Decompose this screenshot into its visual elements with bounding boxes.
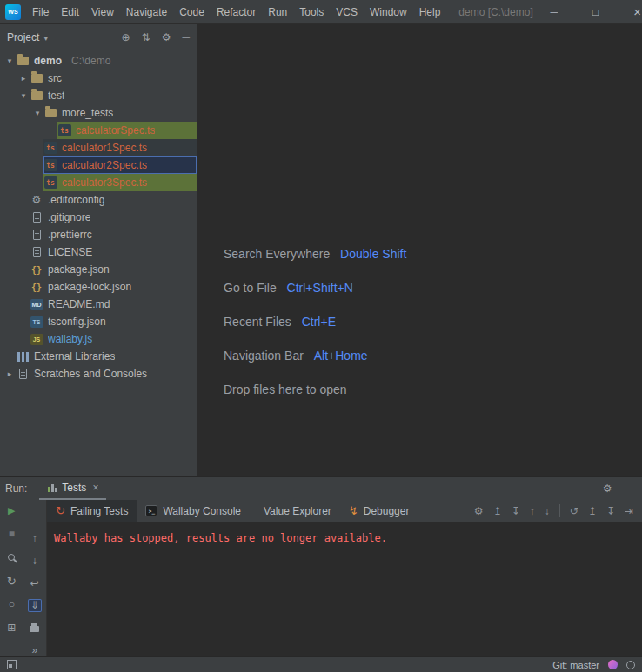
console-output[interactable]: Wallaby has stopped, results are no long… xyxy=(47,522,642,656)
menu-edit[interactable]: Edit xyxy=(55,0,85,24)
chevron-right-icon[interactable]: ▸ xyxy=(3,369,16,378)
hide-panel-icon[interactable]: ─ xyxy=(624,482,632,495)
run-tab-tests[interactable]: Tests × xyxy=(39,477,106,500)
toolwindow-toggle-icon[interactable] xyxy=(7,660,17,669)
tab-wallaby-console[interactable]: >_ Wallaby Console xyxy=(137,500,250,522)
file-icon xyxy=(30,230,43,240)
menu-tools[interactable]: Tools xyxy=(293,0,330,24)
menu-file[interactable]: File xyxy=(26,0,55,24)
tab-failing-tests[interactable]: ↻ Failing Tests xyxy=(47,500,137,522)
rerun-tests-icon[interactable]: ▶ xyxy=(4,503,18,517)
folder-icon xyxy=(30,74,43,83)
tree-item-test[interactable]: ▾ test xyxy=(0,87,197,104)
tree-item-calculator1spec[interactable]: ts calculator1Spec.ts xyxy=(0,139,197,156)
menu-run[interactable]: Run xyxy=(262,0,293,24)
tests-tab-icon xyxy=(47,482,57,493)
tree-item-wallaby-js[interactable]: JS wallaby.js xyxy=(0,330,197,348)
tree-item-gitignore[interactable]: .gitignore xyxy=(0,209,197,226)
tree-item-label: External Libraries xyxy=(34,350,115,363)
soft-wrap-icon[interactable]: ↩ xyxy=(28,576,42,589)
chevron-down-icon[interactable]: ▾ xyxy=(17,91,30,100)
console-icon: >_ xyxy=(145,505,157,516)
tab-debugger[interactable]: ↯ Debugger xyxy=(340,500,418,522)
stop-icon[interactable]: ■ xyxy=(4,527,18,541)
print-icon[interactable] xyxy=(28,622,42,635)
float-up-icon[interactable]: ↥ xyxy=(588,505,597,517)
tree-item-readme[interactable]: MD README.md xyxy=(0,296,197,313)
tree-item-external-libraries[interactable]: External Libraries xyxy=(0,348,197,365)
tree-item-calculator3spec[interactable]: ts calculator3Spec.ts xyxy=(0,174,197,191)
locate-file-icon[interactable]: ⊕ xyxy=(122,32,130,43)
tree-item-license[interactable]: LICENSE xyxy=(0,243,197,261)
menu-help[interactable]: Help xyxy=(413,0,447,24)
pin-icon[interactable]: ⇥ xyxy=(625,505,633,517)
tree-item-label: package.json xyxy=(48,263,110,276)
tab-label: Wallaby Console xyxy=(163,505,241,517)
export-up-icon[interactable]: ↥ xyxy=(493,505,502,517)
tree-item-editorconfig[interactable]: ⚙ .editorconfig xyxy=(0,191,197,209)
tree-item-more-tests[interactable]: ▾ more_tests xyxy=(0,104,197,122)
restore-layout-icon[interactable]: ⊞ xyxy=(4,621,18,635)
menu-window[interactable]: Window xyxy=(364,0,413,24)
prev-occurrence-icon[interactable]: ↑ xyxy=(28,532,42,545)
tree-item-calculator2spec[interactable]: ts calculator2Spec.ts xyxy=(0,156,197,174)
export-down-icon[interactable]: ↧ xyxy=(512,505,520,517)
tree-item-scratches[interactable]: ▸ Scratches and Consoles xyxy=(0,365,197,383)
run-view-tabs: ↻ Failing Tests >_ Wallaby Console Value… xyxy=(47,500,642,522)
scroll-to-end-icon[interactable]: ⇓ xyxy=(28,599,42,612)
next-occurrence-icon[interactable]: ↓ xyxy=(28,555,42,568)
hide-panel-icon[interactable]: ─ xyxy=(182,32,190,43)
maximize-button[interactable]: □ xyxy=(575,0,617,24)
menu-view[interactable]: View xyxy=(85,0,120,24)
notifications-icon[interactable] xyxy=(626,661,635,669)
menu-code[interactable]: Code xyxy=(173,0,211,24)
tree-item-label: .gitignore xyxy=(48,211,90,223)
collapse-all-icon[interactable]: ⇅ xyxy=(142,32,150,43)
tree-item-demo[interactable]: ▾ demo C:\demo xyxy=(0,52,197,70)
menu-bar: File Edit View Navigate Code Refactor Ru… xyxy=(26,0,446,24)
tree-item-src[interactable]: ▸ src xyxy=(0,70,197,87)
tree-item-tsconfig[interactable]: TS tsconfig.json xyxy=(0,313,197,330)
history-icon[interactable]: ↺ xyxy=(570,505,578,517)
tree-item-package-json[interactable]: {} package.json xyxy=(0,261,197,278)
clear-icon[interactable]: ○ xyxy=(4,597,18,611)
shortcut-label: Recent Files xyxy=(224,315,291,329)
more-options-icon[interactable]: » xyxy=(28,643,42,656)
window-controls: ─ □ × xyxy=(533,0,642,24)
tab-label: Debugger xyxy=(364,505,410,517)
tree-item-package-lock-json[interactable]: {} package-lock.json xyxy=(0,278,197,296)
run-header: Run: Tests × ⚙ ─ xyxy=(0,477,642,500)
plugin-status-icon[interactable] xyxy=(608,660,618,669)
shortcut-keys: Ctrl+Shift+N xyxy=(287,281,353,295)
gear-icon[interactable]: ⚙ xyxy=(162,32,171,43)
arrow-up-icon[interactable]: ↑ xyxy=(530,505,535,517)
chevron-down-icon[interactable]: ▾ xyxy=(43,33,48,43)
chevron-right-icon[interactable]: ▸ xyxy=(17,74,30,83)
rerun-failed-tests-icon[interactable]: ↻ xyxy=(4,574,18,588)
tree-item-calculatorspec[interactable]: ts calculatorSpec.ts xyxy=(0,122,197,139)
chevron-down-icon[interactable]: ▾ xyxy=(3,57,16,65)
tree-item-prettierrc[interactable]: .prettierrc xyxy=(0,226,197,243)
gear-icon[interactable]: ⚙ xyxy=(603,482,612,495)
menu-navigate[interactable]: Navigate xyxy=(120,0,173,24)
search-icon[interactable] xyxy=(4,550,18,564)
chevron-down-icon[interactable]: ▾ xyxy=(31,109,43,117)
gear-icon[interactable]: ⚙ xyxy=(474,505,484,517)
tree-item-label: .editorconfig xyxy=(48,194,104,206)
tab-value-explorer[interactable]: Value Explorer xyxy=(250,500,340,522)
menu-vcs[interactable]: VCS xyxy=(330,0,364,24)
typescript-spec-file-icon: ts xyxy=(57,124,71,136)
close-button[interactable]: × xyxy=(617,0,642,24)
arrow-down-icon[interactable]: ↓ xyxy=(545,505,550,517)
project-tree: ▾ demo C:\demo ▸ src ▾ xyxy=(0,50,197,383)
menu-refactor[interactable]: Refactor xyxy=(211,0,262,24)
tree-item-label: calculator3Spec.ts xyxy=(62,176,147,189)
git-branch-widget[interactable]: Git: master xyxy=(552,660,599,670)
project-panel-title[interactable]: Project xyxy=(7,31,39,43)
tree-item-label: wallaby.js xyxy=(48,333,92,345)
minimize-button[interactable]: ─ xyxy=(533,0,575,24)
close-tab-icon[interactable]: × xyxy=(92,482,98,494)
editor-empty-area[interactable]: Search Everywhere Double Shift Go to Fil… xyxy=(197,24,642,476)
json-file-icon: {} xyxy=(30,265,43,275)
dock-down-icon[interactable]: ↧ xyxy=(606,505,615,517)
